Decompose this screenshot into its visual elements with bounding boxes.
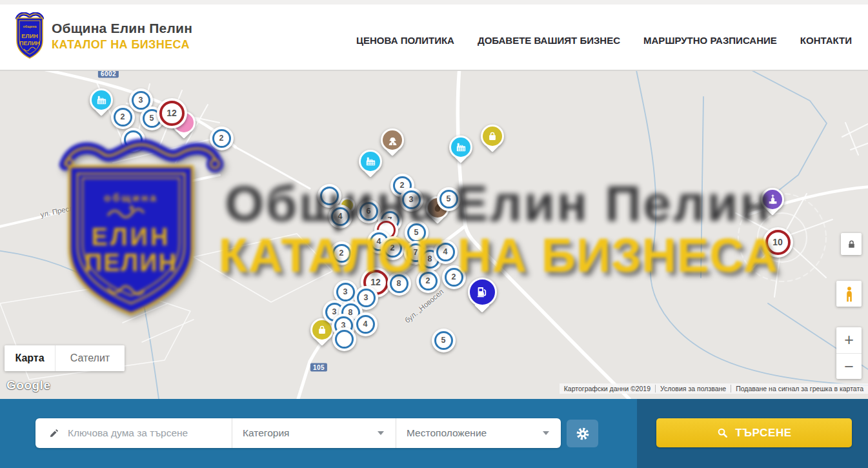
site-subtitle: КАТАЛОГ НА БИЗНЕСА [52, 38, 192, 52]
header: община ЕЛИН ПЕЛИН Община Елин Пелин КАТА… [0, 0, 868, 71]
main-nav: ЦЕНОВА ПОЛИТИКА ДОБАВЕТЕ ВАШИЯТ БИЗНЕС М… [356, 9, 852, 71]
pin-circle [90, 88, 113, 112]
cluster-count [121, 128, 145, 152]
bag-marker[interactable] [481, 125, 504, 148]
cluster-count: 2 [111, 105, 135, 129]
pin-circle [761, 188, 784, 211]
attribution-copyright: Картографски данни ©2019 [560, 385, 655, 392]
cluster-count: 4 [328, 205, 352, 229]
svg-text:ПЕЛИН: ПЕЛИН [19, 40, 40, 46]
map-cluster[interactable]: 2 [442, 265, 466, 289]
factory-marker[interactable] [449, 136, 472, 159]
category-dropdown-value: Категория [243, 427, 289, 439]
map-cluster[interactable]: 12 [157, 98, 187, 128]
map-attribution: Картографски данни ©2019 Условия за полз… [560, 383, 868, 394]
map-cluster[interactable]: 2 [416, 269, 440, 293]
cluster-count: 4 [434, 240, 458, 264]
location-dropdown[interactable]: Местоположение [396, 418, 561, 448]
search-panel: Категория Местоположение [35, 418, 561, 448]
map-cluster[interactable]: 2 [210, 127, 234, 150]
fuel-marker[interactable] [468, 278, 497, 307]
search-icon [716, 427, 729, 439]
map-cluster[interactable]: 3 [399, 188, 423, 212]
map-cluster[interactable]: 4 [328, 205, 352, 229]
pin-circle [481, 125, 504, 148]
keyword-section [35, 418, 232, 448]
location-dropdown-value: Местоположение [407, 427, 487, 439]
road-number-badge: 105 [310, 363, 327, 372]
municipality-shield-icon: община ЕЛИН ПЕЛИН [14, 12, 45, 60]
map-cluster[interactable]: 8 [387, 272, 411, 296]
factory-marker[interactable] [359, 150, 382, 173]
map-type-satellite-button[interactable]: Сателит [55, 345, 125, 371]
cluster-count: 10 [763, 227, 793, 258]
map-cluster[interactable]: 2 [381, 236, 405, 260]
cluster-count: 5 [432, 329, 456, 352]
pin-circle [449, 136, 472, 159]
chevron-down-icon [378, 431, 384, 435]
map-cluster[interactable] [121, 128, 145, 152]
search-button[interactable]: ТЪРСЕНЕ [656, 418, 852, 447]
pin-circle [381, 128, 404, 152]
logo-text: Община Елин Пелин КАТАЛОГ НА БИЗНЕСА [52, 21, 192, 52]
street-view-pegman-button[interactable] [836, 281, 862, 307]
cluster-count: 2 [381, 236, 405, 260]
cluster-count: 8 [387, 272, 411, 296]
cluster-count: 2 [442, 265, 466, 289]
svg-text:община: община [23, 25, 37, 28]
pegman-icon [843, 285, 855, 303]
cluster-count: 4 [354, 312, 378, 336]
map-cluster[interactable]: 5 [437, 187, 461, 211]
site-title: Община Елин Пелин [52, 21, 192, 36]
keyword-search-input[interactable] [66, 427, 232, 440]
advanced-settings-button[interactable] [567, 420, 598, 447]
zoom-out-button[interactable]: − [836, 354, 862, 380]
pin-circle [468, 278, 497, 307]
cluster-count: 2 [416, 269, 440, 293]
road-number-badge: 6002 [98, 71, 119, 78]
search-button-label: ТЪРСЕНЕ [735, 427, 792, 440]
cluster-count: 2 [330, 241, 354, 265]
map-canvas[interactable]: 3251222356745422784128223338345106002105… [0, 71, 868, 399]
map-cluster[interactable]: 2 [330, 241, 354, 265]
search-bar: Категория Местоположение [0, 399, 868, 468]
lock-control-button[interactable] [841, 233, 862, 255]
map-cluster[interactable]: 10 [763, 227, 793, 258]
map-cluster[interactable]: 2 [111, 105, 135, 129]
factory-marker[interactable] [90, 88, 113, 112]
attribution-report-link[interactable]: Подаване на сигнал за грешка в картата [731, 385, 868, 392]
church-marker[interactable] [761, 188, 784, 211]
chevron-down-icon [543, 431, 549, 435]
cluster-count: 2 [210, 127, 234, 150]
category-dropdown[interactable]: Категория [232, 418, 396, 448]
nav-item-bus-schedule[interactable]: МАРШРУТНО РАЗПИСАНИЕ [643, 35, 777, 46]
nav-item-add-business[interactable]: ДОБАВЕТЕ ВАШИЯТ БИЗНЕС [478, 35, 620, 46]
gear-icon [576, 427, 590, 441]
cluster-count: 3 [399, 188, 423, 212]
map-cluster[interactable]: 4 [354, 312, 378, 336]
cluster-count [332, 327, 356, 351]
worker-marker[interactable] [381, 128, 404, 152]
lock-icon [846, 239, 857, 250]
map-cluster[interactable] [332, 327, 356, 351]
site-logo[interactable]: община ЕЛИН ПЕЛИН Община Елин Пелин КАТА… [14, 12, 192, 60]
svg-text:ЕЛИН: ЕЛИН [21, 33, 37, 39]
zoom-in-button[interactable]: + [836, 327, 862, 354]
zoom-control: + − [836, 327, 862, 379]
cluster-count: 5 [437, 187, 461, 211]
page: община ЕЛИН ПЕЛИН Община Елин Пелин КАТА… [0, 0, 868, 468]
google-logo[interactable]: Google [6, 378, 50, 392]
nav-item-contacts[interactable]: КОНТАКТИ [800, 35, 852, 46]
map-type-control: Карта Сателит [5, 345, 125, 371]
map-cluster[interactable]: 5 [432, 329, 456, 352]
attribution-terms-link[interactable]: Условия за ползване [655, 385, 731, 392]
nav-item-pricing[interactable]: ЦЕНОВА ПОЛИТИКА [356, 35, 454, 46]
cluster-count: 12 [157, 98, 187, 128]
pencil-icon [48, 427, 60, 439]
map-type-map-button[interactable]: Карта [5, 345, 55, 371]
map-cluster[interactable]: 4 [434, 240, 458, 264]
pin-circle [359, 150, 382, 173]
